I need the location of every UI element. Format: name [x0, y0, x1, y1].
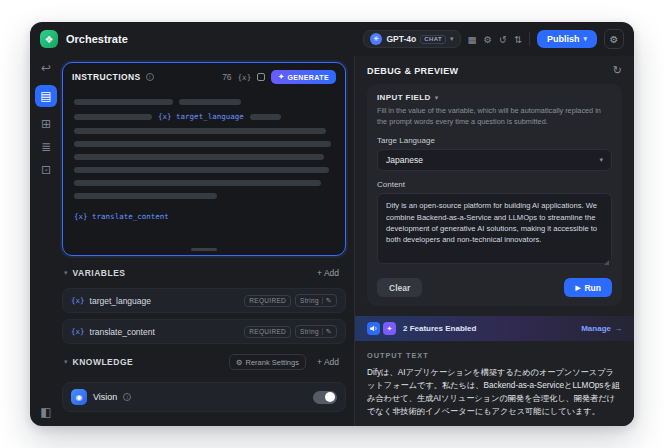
manage-label: Manage: [581, 324, 611, 333]
back-icon[interactable]: ↩: [41, 62, 51, 74]
publish-button[interactable]: Publish ▾: [537, 30, 597, 48]
insert-variable-icon[interactable]: {x}: [238, 73, 252, 82]
variable-icon: {x}: [71, 296, 85, 305]
expand-editor-icon[interactable]: [257, 73, 265, 81]
skeleton-line: [74, 141, 331, 147]
output-title: OUTPUT TEXT: [367, 351, 622, 360]
variable-icon: {x}: [71, 327, 85, 336]
instructions-card[interactable]: INSTRUCTIONS i 76 {x} ✦ GENERATE: [62, 62, 346, 256]
variable-row[interactable]: {x} target_language REQUIRED String ✎: [62, 288, 346, 313]
top-bar: ❖ Orchestrate ✳ GPT-4o CHAT ▾ ▦ ⚙ ↺ ⇅ Pu…: [30, 22, 634, 56]
content-textarea[interactable]: Dify is an open-source platform for buil…: [377, 193, 612, 264]
add-variable-button[interactable]: + Add: [312, 266, 344, 280]
features-enabled-text: 2 Features Enabled: [403, 324, 476, 333]
gear-icon: ⚙: [236, 358, 243, 367]
plus-icon: +: [317, 357, 322, 367]
collapse-sidebar-icon[interactable]: ◧: [40, 406, 51, 418]
variables-header: ▾ VARIABLES + Add: [64, 266, 344, 280]
chevron-down-icon: ▾: [583, 35, 587, 43]
language-field-label: Targe Language: [377, 136, 612, 145]
variables-title: VARIABLES: [73, 268, 126, 278]
debug-title: DEBUG & PREVIEW: [367, 66, 459, 76]
edit-icon[interactable]: ✎: [326, 328, 332, 336]
type-badge[interactable]: String ✎: [295, 294, 337, 307]
chevron-down-icon: ▾: [435, 94, 439, 102]
chevron-down-icon: ▾: [450, 35, 454, 43]
vision-toggle[interactable]: [313, 391, 337, 404]
edit-icon[interactable]: ✎: [326, 297, 332, 305]
variable-name: translate_content: [90, 327, 155, 337]
app-logo-icon: ❖: [40, 30, 58, 48]
instructions-header: INSTRUCTIONS i 76 {x} ✦ GENERATE: [63, 63, 345, 87]
skeleton-line: [74, 167, 329, 173]
rerank-settings-button[interactable]: ⚙ Rerank Settings: [229, 354, 306, 370]
gear-icon: ⚙: [610, 34, 619, 45]
type-label: String: [300, 328, 319, 335]
instructions-title: INSTRUCTIONS: [72, 72, 141, 82]
prompt-editor[interactable]: {x} target_language {x} translate_conten…: [63, 87, 345, 255]
variable-token[interactable]: {x} target_language: [158, 112, 244, 121]
variable-token[interactable]: {x} translate_content: [74, 212, 169, 221]
input-field-description: Fill in the value of the variable, which…: [377, 106, 612, 127]
speaker-icon: [369, 324, 378, 333]
chevron-down-icon: ▾: [599, 156, 603, 164]
model-mode-badge: CHAT: [420, 35, 446, 44]
variable-row[interactable]: {x} translate_content REQUIRED String ✎: [62, 319, 346, 344]
topbar-divider: [529, 32, 530, 46]
token-count: 76: [222, 72, 231, 82]
sidebar-item-orchestrate[interactable]: ▤: [35, 85, 57, 107]
add-label: Add: [324, 357, 339, 367]
type-label: String: [300, 297, 319, 304]
sparkle-icon: ✦: [278, 73, 284, 81]
plus-icon: +: [317, 268, 322, 278]
skeleton-line: [74, 193, 217, 199]
model-provider-icon: ✳: [370, 33, 382, 45]
language-select[interactable]: Japanese ▾: [377, 149, 612, 171]
content-area: ↩ ▤ ⊞ ≣ ⊡ ◧ INSTRUCTIONS i 76 {x}: [30, 56, 634, 426]
skeleton-line: [74, 154, 324, 160]
caret-down-icon[interactable]: ▾: [64, 269, 68, 277]
sidebar-item-logs[interactable]: ≣: [41, 141, 51, 153]
sidebar: ↩ ▤ ⊞ ≣ ⊡ ◧: [30, 56, 62, 426]
generate-button[interactable]: ✦ GENERATE: [271, 70, 336, 84]
sparkle-icon: ✦: [387, 325, 393, 333]
shortcuts-icon[interactable]: ⇅: [514, 34, 522, 45]
app-window: ❖ Orchestrate ✳ GPT-4o CHAT ▾ ▦ ⚙ ↺ ⇅ Pu…: [30, 22, 634, 426]
skeleton-line: [74, 114, 152, 120]
toggle-knob: [325, 392, 335, 402]
badge-divider: [322, 328, 323, 335]
run-label: Run: [584, 283, 601, 293]
vision-label: Vision: [93, 392, 117, 402]
vision-icon: ◉: [71, 389, 87, 405]
apps-grid-icon[interactable]: ▦: [468, 34, 477, 45]
skeleton-line: [250, 114, 281, 120]
arrow-right-icon: →: [614, 324, 622, 333]
content-textarea-wrap: Dify is an open-source platform for buil…: [377, 189, 612, 268]
resize-handle[interactable]: [191, 248, 217, 251]
input-field-title: INPUT FIELD: [377, 93, 431, 102]
clear-button[interactable]: Clear: [377, 278, 422, 297]
play-icon: ▶: [575, 284, 580, 292]
caret-down-icon[interactable]: ▾: [64, 358, 68, 366]
orchestrate-icon: ▤: [40, 89, 51, 103]
sidebar-item-api-access[interactable]: ⊞: [41, 118, 51, 130]
info-icon: i: [123, 393, 131, 401]
restart-icon[interactable]: ↻: [613, 65, 622, 76]
settings-button[interactable]: ⚙: [604, 29, 624, 49]
run-button[interactable]: ▶ Run: [564, 278, 612, 297]
language-value: Japanese: [386, 155, 423, 165]
skeleton-line: [74, 180, 321, 186]
model-selector[interactable]: ✳ GPT-4o CHAT ▾: [363, 30, 460, 48]
sidebar-item-annotation[interactable]: ⊡: [41, 164, 51, 176]
skeleton-line: [179, 99, 241, 105]
model-name: GPT-4o: [386, 34, 416, 44]
model-settings-icon[interactable]: ⚙: [484, 34, 493, 45]
manage-features-link[interactable]: Manage →: [581, 324, 622, 333]
skeleton-line: [74, 99, 173, 105]
type-badge[interactable]: String ✎: [295, 325, 337, 338]
debug-buttons-row: Clear ▶ Run: [377, 278, 612, 297]
skeleton-line: [74, 128, 326, 134]
history-icon[interactable]: ↺: [499, 34, 507, 45]
add-knowledge-button[interactable]: + Add: [312, 355, 344, 369]
input-field-header[interactable]: INPUT FIELD ▾: [377, 93, 612, 102]
